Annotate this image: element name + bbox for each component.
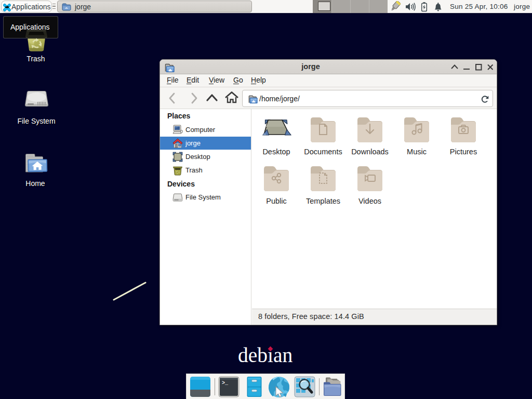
svg-text:>_: >_ <box>222 380 229 386</box>
